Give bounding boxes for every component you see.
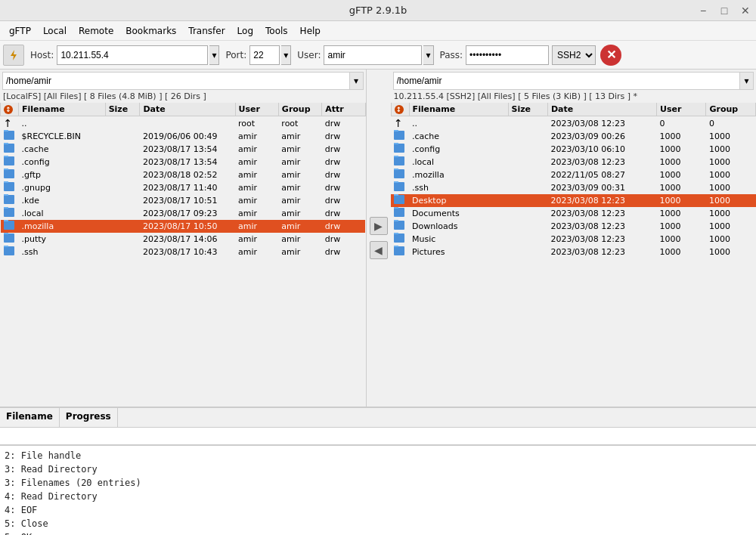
- menu-local[interactable]: Local: [37, 24, 73, 38]
- table-row[interactable]: .cache2023/03/09 00:2610001000: [391, 130, 756, 143]
- menu-bookmarks[interactable]: Bookmarks: [119, 24, 182, 38]
- app-title: gFTP 2.9.1b: [349, 5, 407, 16]
- menu-remote[interactable]: Remote: [73, 24, 119, 38]
- left-path-dropdown-btn[interactable]: ▾: [349, 73, 363, 89]
- row-size: [105, 169, 140, 181]
- menu-help[interactable]: Help: [294, 24, 327, 38]
- table-row[interactable]: ↑..rootrootdrw: [1, 116, 366, 131]
- row-name: .cache: [409, 130, 508, 143]
- titlebar-close-button[interactable]: ✕: [735, 0, 756, 21]
- queue-progress-header: Progress: [60, 408, 118, 427]
- table-row[interactable]: ↑..2023/03/08 12:2300: [391, 116, 756, 131]
- table-row[interactable]: Documents2023/03/08 12:2310001000: [391, 207, 756, 220]
- table-row[interactable]: .kde2023/08/17 10:51amiramirdrw: [1, 194, 366, 207]
- left-file-table: ↕ Filename Size Date User Group Attr ↑..…: [0, 103, 366, 258]
- right-pane-info: 10.211.55.4 [SSH2] [All Files] [ 5 Files…: [391, 90, 757, 103]
- connect-icon-btn[interactable]: [3, 45, 24, 66]
- table-row[interactable]: .gnupg2023/08/17 11:40amiramirdrw: [1, 181, 366, 194]
- table-row[interactable]: $RECYCLE.BIN2019/06/06 00:49amiramirdrw: [1, 130, 366, 143]
- row-user: 1000: [656, 246, 706, 258]
- row-date: 2023/03/10 06:10: [547, 143, 656, 156]
- table-row[interactable]: Desktop2023/03/08 12:2310001000: [391, 194, 756, 207]
- user-input[interactable]: [324, 45, 422, 65]
- log-line: 5: OK: [5, 530, 751, 535]
- table-row[interactable]: Music2023/03/08 12:2310001000: [391, 233, 756, 246]
- left-col-size[interactable]: Size: [105, 103, 140, 116]
- port-dropdown-btn[interactable]: ▾: [281, 45, 291, 65]
- transfer-right-btn[interactable]: ▶: [370, 217, 388, 235]
- left-col-group[interactable]: Group: [278, 103, 321, 116]
- menu-tools[interactable]: Tools: [259, 24, 294, 38]
- row-attr: drw: [322, 130, 365, 143]
- host-dropdown-btn[interactable]: ▾: [209, 45, 219, 65]
- table-row[interactable]: .gftp2023/08/18 02:52amiramirdrw: [1, 169, 366, 181]
- left-col-user[interactable]: User: [235, 103, 278, 116]
- left-col-date[interactable]: Date: [140, 103, 235, 116]
- menu-bar: gFTP Local Remote Bookmarks Transfer Log…: [0, 21, 756, 41]
- table-row[interactable]: Pictures2023/03/08 12:2310001000: [391, 246, 756, 258]
- table-row[interactable]: .config2023/08/17 13:54amiramirdrw: [1, 156, 366, 169]
- pass-input[interactable]: [466, 45, 549, 65]
- menu-gftp[interactable]: gFTP: [3, 24, 37, 38]
- table-row[interactable]: .local2023/08/17 09:23amiramirdrw: [1, 207, 366, 220]
- row-group: amir: [278, 207, 321, 220]
- log-line: 3: Filenames (20 entries): [5, 476, 751, 490]
- menu-log[interactable]: Log: [231, 24, 259, 38]
- row-date: 2023/08/17 14:06: [140, 233, 235, 246]
- port-input[interactable]: [249, 45, 280, 65]
- row-date: [140, 116, 235, 131]
- table-row[interactable]: .mozilla2023/08/17 10:50amiramirdrw: [1, 220, 366, 233]
- left-file-scroll[interactable]: ↕ Filename Size Date User Group Attr ↑..…: [0, 103, 366, 407]
- table-row[interactable]: .config2023/03/10 06:1010001000: [391, 143, 756, 156]
- row-group: amir: [278, 233, 321, 246]
- right-col-filename[interactable]: Filename: [409, 103, 508, 116]
- right-file-scroll[interactable]: ↕ Filename Size Date User Group ↑..2023/…: [391, 103, 757, 407]
- right-path-dropdown-btn[interactable]: ▾: [739, 73, 753, 89]
- table-row[interactable]: .local2023/03/08 12:2310001000: [391, 156, 756, 169]
- right-col-sort[interactable]: ↕: [391, 103, 409, 116]
- table-row[interactable]: .putty2023/08/17 14:06amiramirdrw: [1, 233, 366, 246]
- maximize-button[interactable]: □: [714, 0, 735, 21]
- left-path-input[interactable]: [3, 76, 349, 86]
- table-row[interactable]: .ssh2023/08/17 10:43amiramirdrw: [1, 246, 366, 258]
- row-user: amir: [235, 156, 278, 169]
- row-icon: [391, 156, 409, 169]
- row-date: 2023/08/17 13:54: [140, 143, 235, 156]
- table-row[interactable]: .mozilla2022/11/05 08:2710001000: [391, 169, 756, 181]
- table-row[interactable]: .ssh2023/03/09 00:3110001000: [391, 181, 756, 194]
- right-col-date[interactable]: Date: [547, 103, 656, 116]
- right-col-group[interactable]: Group: [706, 103, 756, 116]
- row-attr: drw: [322, 207, 365, 220]
- table-row[interactable]: Downloads2023/03/08 12:2310001000: [391, 220, 756, 233]
- left-col-sort[interactable]: ↕: [1, 103, 19, 116]
- log-line: 5: Close: [5, 517, 751, 530]
- row-group: amir: [278, 130, 321, 143]
- right-path-input[interactable]: [394, 76, 740, 86]
- menu-transfer[interactable]: Transfer: [182, 24, 231, 38]
- row-date: 2023/08/17 10:43: [140, 246, 235, 258]
- row-group: amir: [278, 143, 321, 156]
- row-name: ..: [19, 116, 106, 131]
- row-user: amir: [235, 194, 278, 207]
- row-user: root: [235, 116, 278, 131]
- row-group: amir: [278, 169, 321, 181]
- right-col-size[interactable]: Size: [508, 103, 547, 116]
- transfer-left-btn[interactable]: ◀: [370, 241, 388, 259]
- disconnect-button[interactable]: ✕: [600, 45, 621, 66]
- pass-label: Pass:: [440, 50, 463, 60]
- row-icon: [391, 207, 409, 220]
- host-input[interactable]: [57, 45, 208, 65]
- row-attr: drw: [322, 220, 365, 233]
- left-col-attr[interactable]: Attr: [322, 103, 365, 116]
- row-name: ..: [409, 116, 508, 131]
- ssh2-select[interactable]: SSH2: [552, 45, 596, 65]
- row-date: 2023/03/09 00:31: [547, 181, 656, 194]
- row-user: amir: [235, 246, 278, 258]
- row-icon: [391, 143, 409, 156]
- right-col-user[interactable]: User: [656, 103, 706, 116]
- row-size: [508, 156, 547, 169]
- left-col-filename[interactable]: Filename: [19, 103, 106, 116]
- table-row[interactable]: .cache2023/08/17 13:54amiramirdrw: [1, 143, 366, 156]
- minimize-button[interactable]: −: [692, 0, 714, 21]
- user-dropdown-btn[interactable]: ▾: [423, 45, 433, 65]
